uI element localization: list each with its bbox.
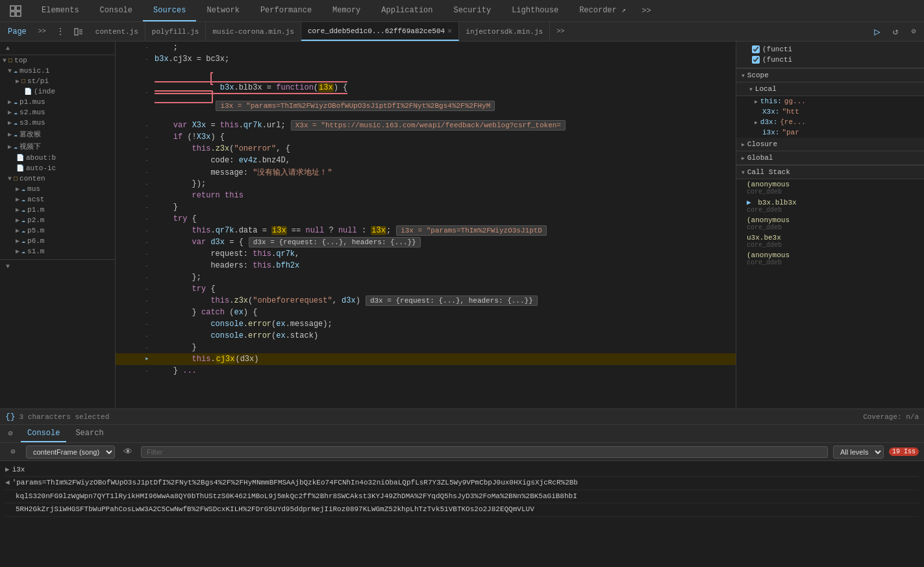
tab-injectorsdk[interactable]: injectorsdk.min.js [459,22,550,41]
cloud-icon: ☁ [21,237,25,245]
tree-label: acst [27,195,44,203]
scope-x3x[interactable]: X3x: "htt [736,107,924,117]
console-line-cont1: kqlS320nFG9lzWgWpn7QYT1lRyikHMI96WwAa8QY… [5,490,919,503]
right-panel: (functi (functi ▼ Scope ▼ Local [736,42,924,409]
scope-i3x[interactable]: i3x: "par [736,127,924,138]
code-line: - } catch (ex) { [116,307,736,318]
watch-section: (functi (functi [736,42,924,69]
tree-item-p1mus[interactable]: ▶ ☁ p1.mus [0,97,115,107]
nav-more[interactable]: >> [636,0,656,21]
callstack-item-4[interactable]: u3x.be3x core_ddeb [736,233,924,250]
tab-search-bottom[interactable]: Search [69,425,110,442]
scope-header[interactable]: ▼ Scope [736,69,924,82]
console-settings-btn[interactable]: ⊘ [5,444,21,460]
tree-item-s1m[interactable]: ▶ ☁ s1.m [0,246,115,257]
tree-item-music1[interactable]: ▼ ☁ music.1 [0,66,115,76]
tree-item-acst[interactable]: ▶ ☁ acst [0,194,115,205]
tree-item-top[interactable]: ▼ □ top [0,55,115,66]
callstack-item-2[interactable]: ▶ b3x.blb3x core_ddeb [736,197,924,215]
tab-console-bottom[interactable]: Console [21,425,66,442]
close-tab-core[interactable]: ✕ [447,26,452,36]
scroll-up[interactable]: ▲ [3,43,13,53]
tab-performance[interactable]: Performance [250,0,322,21]
closure-header[interactable]: ▶ Closure [736,138,924,151]
devtools-logo [0,0,31,21]
tabs-menu[interactable]: ⋮ [53,24,68,40]
context-select[interactable]: contentFrame (song) [26,446,115,459]
tree-item-inde[interactable]: 📄 (inde [0,86,115,97]
page-tab[interactable]: Page [3,24,32,40]
cloud-icon: ☁ [14,131,18,138]
expand-icon: ▶ [8,119,12,127]
tree-item-video[interactable]: ▶ ☁ 视频下 [0,140,115,153]
callstack-header[interactable]: ▼ Call Stack [736,166,924,179]
code-line: - return this [116,190,736,201]
code-editor[interactable]: - ; - b3x.cj3x = bc3x; - b3x.blb3x = fun [116,42,736,409]
tab-security[interactable]: Security [443,0,502,21]
watch-checkbox-2[interactable] [752,56,760,64]
pretty-print-btn[interactable]: {} [5,412,16,422]
tree-item-p6m[interactable]: ▶ ☁ p6.m [0,236,115,246]
expand-icon: ▶ [16,77,19,85]
tab-application[interactable]: Application [371,0,443,21]
file-icon: 📄 [16,164,24,172]
run-btn[interactable]: ▷ [869,24,885,40]
status-bar: {} 3 characters selected Coverage: n/a [0,409,924,424]
scope-val: {re... [780,118,806,126]
navigator-toggle[interactable] [71,24,86,40]
tab-elements[interactable]: Elements [31,0,90,21]
file-tabs-more[interactable]: >> [553,24,568,40]
tabs-more[interactable]: >> [34,24,50,40]
tree-item-autoic[interactable]: 📄 auto-ic [0,163,115,173]
tab-music-corona[interactable]: music-corona.min.js [206,22,301,41]
callstack-item-1[interactable]: (anonymous core_ddeb [736,179,924,197]
callstack-item-5[interactable]: (anonymous core_ddeb [736,250,924,268]
tree-item-about[interactable]: 📄 about:b [0,153,115,163]
code-line: - console.error(ex.message); [116,318,736,330]
global-header[interactable]: ▶ Global [736,151,924,165]
file-icon: 📄 [16,154,24,162]
reload-btn[interactable]: ↺ [888,24,903,40]
console-toolbar: ⊘ contentFrame (song) 👁 All levels 19 Is… [0,443,924,461]
tab-memory[interactable]: Memory [322,0,371,21]
deactivate-btn[interactable]: ⊘ [906,24,921,40]
tree-item-p1m[interactable]: ▶ ☁ p1.m [0,205,115,215]
levels-select[interactable]: All levels [833,446,884,459]
tab-core-ddeb[interactable]: core_ddeb5ed1c0...62ff69a82ce504 ✕ [301,22,459,41]
callstack-title: Call Stack [747,168,790,176]
file-tree[interactable]: ▲ ▼ □ top ▼ ☁ music.1 ▶ □ st/pi 📄 (inde [0,42,116,409]
clear-console-btn[interactable]: ⊘ [3,426,18,442]
callstack-item-3[interactable]: (anonymous core_ddeb [736,215,924,233]
tree-item-s3mus[interactable]: ▶ ☁ s3.mus [0,118,115,128]
eye-btn[interactable]: 👁 [120,444,136,460]
tab-recorder[interactable]: Recorder ↗ [569,0,636,21]
local-header[interactable]: ▼ Local [736,82,924,96]
scope-d3x[interactable]: ▶ d3x: {re... [736,117,924,127]
tab-content-js[interactable]: content.js [89,22,145,41]
expand-icon: ▼ [3,57,6,64]
tab-lighthouse[interactable]: Lighthouse [501,0,569,21]
tree-item-tampermonkey[interactable]: ▶ ☁ 篡改猴 [0,128,115,140]
tab-console[interactable]: Console [90,0,143,21]
tab-polyfill-js[interactable]: polyfill.js [145,22,206,41]
tree-item-mus[interactable]: ▶ ☁ mus [0,184,115,194]
scope-this[interactable]: ▶ this: gg... [736,96,924,107]
cloud-icon: ☁ [21,247,25,255]
tree-item-stpi[interactable]: ▶ □ st/pi [0,76,115,86]
expand-icon: ▶ [16,216,19,224]
global-title: Global [747,154,773,162]
folder-icon: □ [21,78,25,85]
tree-item-p2m[interactable]: ▶ ☁ p2.m [0,215,115,225]
filter-input[interactable] [141,446,828,458]
watch-checkbox-1[interactable] [752,45,760,53]
tree-label: p6.m [27,237,44,245]
tree-item-s2mus[interactable]: ▶ ☁ s2.mus [0,107,115,118]
tree-item-p5m[interactable]: ▶ ☁ p5.m [0,225,115,236]
expand-arrow[interactable]: ▶ [5,465,10,475]
tree-item-conten[interactable]: ▼ □ conten [0,173,115,184]
tab-sources[interactable]: Sources [143,0,196,21]
expand-icon: ▼ [8,175,12,183]
scroll-down[interactable]: ▼ [3,261,13,271]
tab-network[interactable]: Network [196,0,249,21]
tree-label: auto-ic [26,164,56,172]
